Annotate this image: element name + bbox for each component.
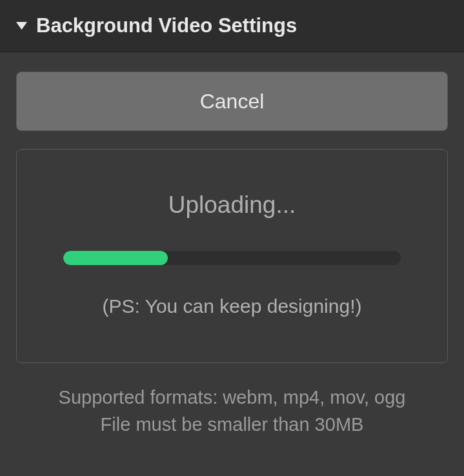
panel-header[interactable]: Background Video Settings bbox=[0, 0, 464, 52]
upload-status-box: Uploading... (PS: You can keep designing… bbox=[16, 149, 448, 363]
cancel-button[interactable]: Cancel bbox=[16, 72, 448, 131]
upload-note: (PS: You can keep designing!) bbox=[103, 295, 362, 317]
upload-progress-bar bbox=[63, 251, 401, 265]
file-size-limit-text: File must be smaller than 30MB bbox=[16, 411, 448, 438]
formats-info: Supported formats: webm, mp4, mov, ogg F… bbox=[16, 384, 448, 438]
svg-marker-0 bbox=[16, 22, 27, 30]
upload-status-label: Uploading... bbox=[168, 192, 296, 219]
panel-title: Background Video Settings bbox=[36, 14, 297, 37]
upload-progress-fill bbox=[63, 251, 168, 265]
content-area: Cancel Uploading... (PS: You can keep de… bbox=[0, 52, 464, 438]
chevron-down-icon bbox=[16, 22, 27, 30]
supported-formats-text: Supported formats: webm, mp4, mov, ogg bbox=[16, 384, 448, 411]
